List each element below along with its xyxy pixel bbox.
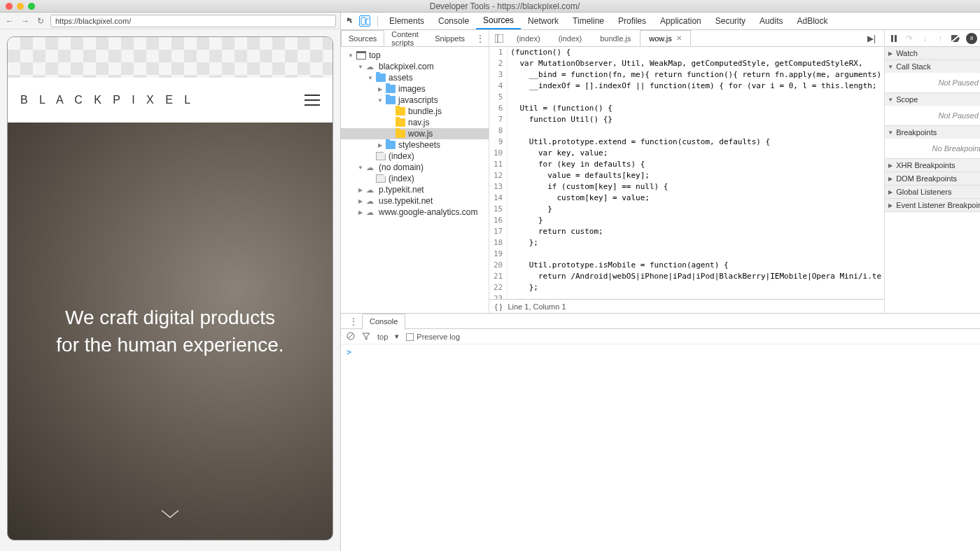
tree-item[interactable]: ▼assets	[341, 72, 489, 83]
chevron-down-icon[interactable]	[160, 509, 180, 522]
tab-console[interactable]: Console	[431, 13, 476, 29]
more-icon[interactable]: ⋮	[345, 316, 362, 326]
code-editor[interactable]: 1234567891011121314151617181920212223242…	[489, 47, 884, 299]
traffic-lights	[6, 3, 35, 10]
step-over-icon[interactable]: ↷	[904, 34, 914, 43]
pause-on-exceptions-icon[interactable]: II	[966, 33, 977, 44]
back-button[interactable]: ←	[4, 15, 15, 27]
nav-pane-icon[interactable]	[493, 33, 505, 44]
tree-item[interactable]: ▶images	[341, 83, 489, 95]
page-header: B L A C K P I X E L	[8, 78, 332, 123]
tree-item[interactable]: ▶☁p.typekit.net	[341, 184, 489, 195]
tab-network[interactable]: Network	[521, 13, 566, 29]
console-prompt[interactable]: >	[341, 344, 980, 551]
tree-item[interactable]: ▶stylesheets	[341, 139, 489, 151]
zoom-window-button[interactable]	[28, 3, 35, 10]
file-tab[interactable]: bundle.js	[591, 30, 640, 46]
inspect-icon[interactable]	[345, 15, 356, 27]
clear-console-icon[interactable]	[346, 332, 355, 342]
folder-open-icon	[396, 130, 405, 138]
tab-timeline[interactable]: Timeline	[566, 13, 611, 29]
tab-sources[interactable]: Sources	[476, 13, 521, 29]
hero: We craft digital products for the human …	[8, 123, 332, 540]
panel-dom-breakpoints[interactable]: ▶DOM Breakpoints	[885, 172, 980, 185]
format-icon[interactable]: { }	[495, 302, 502, 311]
tree-item[interactable]: ▼☁(no domain)	[341, 162, 489, 173]
panel-scope[interactable]: ▼Scope	[885, 93, 980, 106]
file-tab[interactable]: wow.js✕	[640, 30, 690, 46]
folder-icon	[386, 85, 396, 93]
subtab-sources[interactable]: Sources	[341, 30, 384, 46]
devtools-tabs: ElementsConsoleSourcesNetworkTimelinePro…	[341, 13, 980, 30]
svg-rect-2	[495, 34, 503, 43]
tree-item[interactable]: ▼top	[341, 50, 489, 61]
step-out-icon[interactable]: ↑	[935, 34, 945, 43]
tree-item[interactable]: bundle.js	[341, 106, 489, 117]
console-toolbar: top ▾ Preserve log	[341, 329, 980, 344]
minimize-window-button[interactable]	[17, 3, 24, 10]
svg-rect-4	[891, 35, 893, 42]
window-title: Developer Tools - https://blackpixel.com…	[35, 1, 974, 11]
window-icon	[356, 51, 366, 60]
panel-breakpoints[interactable]: ▼Breakpoints	[885, 126, 980, 139]
close-icon[interactable]: ✕	[676, 34, 682, 42]
hamburger-menu-icon[interactable]	[304, 95, 320, 106]
tab-audits[interactable]: Audits	[752, 13, 790, 29]
tree-item[interactable]: (index)	[341, 173, 489, 184]
forward-button[interactable]: →	[20, 15, 31, 27]
logo[interactable]: B L A C K P I X E L	[20, 94, 195, 106]
file-icon	[376, 174, 386, 183]
folder-open-icon	[396, 107, 405, 116]
file-tree[interactable]: ▼top▼☁blackpixel.com▼assets▶images▼javas…	[341, 47, 489, 313]
tree-item[interactable]: wow.js	[341, 128, 489, 139]
cloud-icon: ☁	[366, 186, 376, 194]
tree-item[interactable]: ▶☁use.typekit.net	[341, 195, 489, 207]
browser-nav: ← → ↻ https://blackpixel.com/	[0, 13, 340, 29]
console-drawer: ⋮ Console ✕ top ▾ Preserve log >	[341, 313, 980, 551]
tab-application[interactable]: Application	[653, 13, 708, 29]
pause-icon[interactable]	[889, 34, 899, 43]
preserve-log-checkbox[interactable]: Preserve log	[406, 333, 460, 341]
tree-item[interactable]: (index)	[341, 151, 489, 162]
tab-security[interactable]: Security	[708, 13, 752, 29]
context-selector[interactable]: top	[377, 333, 388, 341]
deactivate-breakpoints-icon[interactable]	[951, 34, 960, 43]
panel-watch[interactable]: ▶Watch	[885, 47, 980, 60]
tab-elements[interactable]: Elements	[382, 13, 431, 29]
editor-tabs: (index)(index)bundle.jswow.js✕ ▶|	[489, 30, 884, 47]
editor-status: { } Line 1, Column 1	[489, 299, 884, 313]
svg-rect-1	[366, 19, 369, 25]
tree-item[interactable]: ▼☁blackpixel.com	[341, 61, 489, 72]
tab-profiles[interactable]: Profiles	[611, 13, 653, 29]
panel-call-stack[interactable]: ▼Call Stack	[885, 60, 980, 73]
subtab-snippets[interactable]: Snippets	[428, 30, 472, 46]
device-toolbar-icon[interactable]	[359, 15, 370, 27]
svg-rect-0	[361, 18, 365, 25]
tree-item[interactable]: nav.js	[341, 117, 489, 128]
folder-icon	[386, 141, 396, 149]
device-viewport: B L A C K P I X E L We craft digital pro…	[7, 36, 333, 540]
address-bar[interactable]: https://blackpixel.com/	[50, 15, 336, 27]
transparent-area	[8, 37, 332, 78]
step-into-icon[interactable]: ↓	[920, 34, 930, 43]
tab-adblock[interactable]: AdBlock	[790, 13, 834, 29]
reload-button[interactable]: ↻	[35, 15, 46, 27]
panel-event-listener-breakpoints[interactable]: ▶Event Listener Breakpoints	[885, 199, 980, 211]
panel-xhr-breakpoints[interactable]: ▶XHR Breakpoints	[885, 159, 980, 172]
file-icon	[376, 152, 386, 160]
close-window-button[interactable]	[6, 3, 13, 10]
panel-global-listeners[interactable]: ▶Global Listeners	[885, 186, 980, 198]
filter-icon[interactable]	[362, 332, 370, 342]
file-tab[interactable]: (index)	[550, 30, 592, 46]
console-tab[interactable]: Console	[362, 314, 405, 330]
tree-item[interactable]: ▼javascripts	[341, 95, 489, 106]
file-tab[interactable]: (index)	[507, 30, 550, 46]
more-icon[interactable]: ⋮	[472, 34, 489, 43]
window-titlebar: Developer Tools - https://blackpixel.com…	[0, 0, 980, 13]
run-to-cursor-icon[interactable]: ▶|	[866, 33, 877, 44]
folder-icon	[386, 96, 396, 104]
sources-subtabs: SourcesContent scriptsSnippets ⋮	[341, 30, 489, 47]
subtab-content-scripts[interactable]: Content scripts	[384, 30, 428, 46]
tree-item[interactable]: ▶☁www.google-analytics.com	[341, 207, 489, 218]
level-selector[interactable]: ▾	[395, 332, 399, 341]
